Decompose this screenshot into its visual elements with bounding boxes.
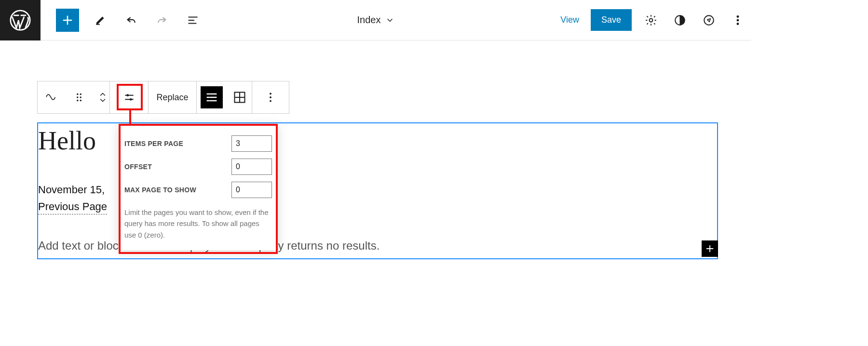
svg-point-5 (737, 19, 739, 21)
settings-button[interactable] (641, 11, 661, 30)
grid-layout-button[interactable] (231, 89, 248, 106)
offset-label: OFFSET (124, 163, 152, 171)
items-per-page-input[interactable] (231, 135, 272, 152)
chevron-down-icon (385, 16, 394, 25)
add-block-button[interactable] (56, 9, 79, 32)
drag-handle-icon[interactable] (69, 88, 89, 107)
offset-input[interactable] (231, 159, 272, 175)
post-title[interactable]: Hello (38, 126, 96, 156)
top-toolbar: Index View Save (0, 0, 751, 40)
block-options-button[interactable] (261, 88, 280, 107)
svg-point-7 (77, 93, 78, 95)
template-selector[interactable]: Index (357, 14, 394, 26)
svg-point-10 (80, 96, 81, 98)
svg-point-14 (129, 98, 132, 101)
wordpress-logo[interactable] (0, 0, 41, 40)
navigation-button[interactable] (699, 11, 719, 30)
items-per-page-label: ITEMS PER PAGE (124, 140, 183, 147)
query-loop-icon[interactable] (41, 88, 60, 107)
save-button[interactable]: Save (591, 9, 632, 31)
svg-point-6 (737, 23, 739, 25)
svg-point-8 (80, 93, 81, 95)
block-mover[interactable] (98, 91, 107, 104)
list-layout-button[interactable] (201, 86, 223, 108)
svg-point-9 (77, 96, 78, 98)
svg-point-17 (270, 96, 271, 98)
move-up-icon[interactable] (98, 91, 107, 97)
svg-point-13 (126, 94, 129, 96)
display-settings-popover: ITEMS PER PAGE OFFSET MAX PAGE TO SHOW L… (119, 124, 278, 250)
display-settings-button[interactable] (120, 88, 139, 107)
view-link[interactable]: View (558, 10, 581, 30)
redo-button[interactable] (152, 11, 172, 30)
max-page-label: MAX PAGE TO SHOW (124, 186, 196, 194)
svg-point-16 (270, 93, 271, 94)
options-button[interactable] (728, 11, 747, 30)
svg-point-4 (737, 15, 739, 17)
styles-button[interactable] (670, 11, 690, 30)
undo-button[interactable] (122, 11, 141, 30)
svg-point-11 (77, 100, 78, 101)
list-view-button[interactable] (183, 11, 203, 30)
svg-point-3 (704, 15, 714, 25)
previous-page-link[interactable]: Previous Page (38, 200, 107, 214)
svg-point-1 (650, 18, 653, 22)
svg-point-18 (270, 100, 271, 102)
replace-button[interactable]: Replace (149, 81, 197, 113)
block-toolbar: Replace (37, 81, 289, 114)
template-label: Index (357, 14, 381, 26)
block-appender-button[interactable] (702, 240, 718, 257)
edit-mode-button[interactable] (91, 11, 110, 30)
max-page-input[interactable] (231, 182, 272, 198)
post-date[interactable]: November 15, (38, 184, 105, 196)
max-page-help-text: Limit the pages you want to show, even i… (124, 207, 272, 240)
move-down-icon[interactable] (98, 97, 107, 104)
svg-point-12 (80, 100, 81, 101)
